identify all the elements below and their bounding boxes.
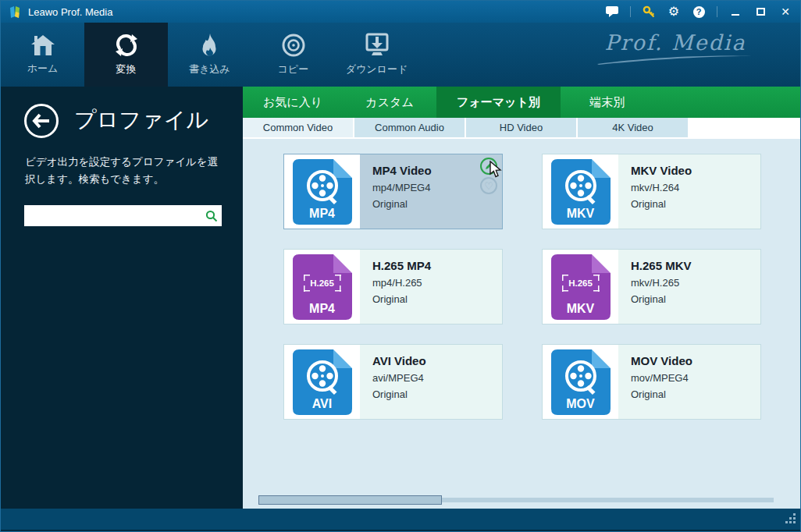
help-icon[interactable]: ? xyxy=(692,5,706,19)
burn-flame-icon xyxy=(198,33,222,58)
card-title: AVI Video xyxy=(372,354,502,367)
sidebar-title: プロファイル xyxy=(74,105,208,135)
format-card-mkv-video[interactable]: MKV MKV Video mkv/H.264 Original xyxy=(542,154,761,229)
card-quality: Original xyxy=(631,388,760,400)
format-badge: MOV xyxy=(551,397,611,411)
card-format: mp4/H.265 xyxy=(372,277,502,289)
format-sub-tabs: Common Video Common Audio HD Video 4K Vi… xyxy=(243,118,801,139)
profile-search xyxy=(24,205,222,226)
nav-item-home[interactable]: ホーム xyxy=(1,23,84,87)
titlebar-separator xyxy=(630,6,631,17)
card-format: mov/MPEG4 xyxy=(631,372,760,384)
codec-label: H.265 xyxy=(562,275,600,292)
nav-label: 書き込み xyxy=(189,62,230,76)
format-badge: MKV xyxy=(551,207,611,221)
back-button[interactable] xyxy=(24,104,59,138)
copy-disc-icon xyxy=(281,33,306,58)
feedback-bubble-icon[interactable] xyxy=(605,5,619,19)
card-quality: Original xyxy=(372,198,502,210)
format-badge: MKV xyxy=(551,302,611,316)
format-badge: AVI xyxy=(293,397,352,411)
nav-item-download[interactable]: ダウンロード xyxy=(335,23,418,87)
codec-label: H.265 xyxy=(304,275,341,292)
brand-swoosh xyxy=(597,51,753,66)
subtab-hd-video[interactable]: HD Video xyxy=(466,118,578,137)
app-logo-icon xyxy=(9,5,22,19)
home-icon xyxy=(30,34,56,57)
nav-label: コピー xyxy=(278,62,309,76)
minimize-button[interactable] xyxy=(728,5,742,19)
close-button[interactable]: ✕ xyxy=(778,5,792,19)
subtab-common-audio[interactable]: Common Audio xyxy=(354,118,466,137)
format-badge: MP4 xyxy=(293,302,352,316)
nav-item-convert[interactable]: 変換 xyxy=(84,23,168,87)
format-card-mp4-video[interactable]: MP4 MP4 Video mp4/MPEG4 Original ♡ xyxy=(283,154,503,229)
register-key-icon[interactable] xyxy=(642,5,656,19)
card-quality: Original xyxy=(631,293,760,305)
mp4-file-icon: MP4 xyxy=(293,159,352,225)
main-nav: ホーム 変換 書き込み コピー xyxy=(1,23,800,87)
card-title: MKV Video xyxy=(631,164,760,177)
brand-text: Prof. Media xyxy=(597,30,753,55)
format-category-tabs: お気に入り カスタム フォーマット別 端末別 xyxy=(243,87,801,118)
nav-item-burn[interactable]: 書き込み xyxy=(168,23,251,87)
card-quality: Original xyxy=(372,293,502,305)
mkv-file-icon: MKV xyxy=(551,159,611,225)
avi-file-icon: AVI xyxy=(293,349,352,415)
nav-label: ホーム xyxy=(27,62,59,76)
status-bar xyxy=(1,509,800,532)
format-card-mov-video[interactable]: MOV MOV Video mov/MPEG4 Original xyxy=(542,344,761,420)
format-card-h265-mkv[interactable]: H.265 MKV H.265 MKV mkv/H.265 Original xyxy=(542,249,761,325)
tab-by-device[interactable]: 端末別 xyxy=(561,87,654,118)
maximize-button[interactable] xyxy=(753,5,767,19)
app-window: Leawo Prof. Media ⚙ ? ✕ ホーム xyxy=(0,0,801,532)
format-badge: MP4 xyxy=(293,207,352,221)
format-card-avi-video[interactable]: AVI AVI Video avi/MPEG4 Original xyxy=(283,344,503,420)
brand-logo: Prof. Media xyxy=(597,30,753,66)
format-grid: MP4 MP4 Video mp4/MPEG4 Original ♡ xyxy=(243,139,801,509)
tab-by-format[interactable]: フォーマット別 xyxy=(436,87,561,118)
subtab-filler xyxy=(689,118,801,137)
h265-mp4-file-icon: H.265 MP4 xyxy=(293,254,352,320)
resize-grip[interactable] xyxy=(785,513,796,524)
horizontal-scrollbar-thumb[interactable] xyxy=(258,495,442,505)
card-title: MOV Video xyxy=(631,354,760,367)
search-input[interactable] xyxy=(24,205,201,226)
favorite-heart-icon[interactable]: ♡ xyxy=(480,177,497,194)
tab-custom[interactable]: カスタム xyxy=(343,87,436,118)
download-icon xyxy=(364,33,390,58)
titlebar-separator xyxy=(717,6,717,17)
tab-favorites[interactable]: お気に入り xyxy=(243,87,343,118)
profile-sidebar: プロファイル ビデオ出力を設定するプロファイルを選択します。検索もできます。 xyxy=(1,87,243,509)
titlebar: Leawo Prof. Media ⚙ ? ✕ xyxy=(1,1,800,23)
nav-item-copy[interactable]: コピー xyxy=(251,23,335,87)
nav-label: ダウンロード xyxy=(346,62,408,76)
subtab-common-video[interactable]: Common Video xyxy=(243,118,354,137)
settings-gear-icon[interactable]: ⚙ xyxy=(667,5,681,19)
mov-file-icon: MOV xyxy=(551,349,611,415)
card-format: mkv/H.265 xyxy=(631,277,760,289)
card-format: mkv/H.264 xyxy=(631,182,760,193)
card-title: H.265 MKV xyxy=(631,259,760,272)
edit-profile-icon[interactable] xyxy=(480,158,497,175)
card-quality: Original xyxy=(372,388,502,400)
card-title: H.265 MP4 xyxy=(372,259,502,272)
card-format: avi/MPEG4 xyxy=(372,372,502,384)
subtab-4k-video[interactable]: 4K Video xyxy=(578,118,689,137)
search-icon[interactable] xyxy=(201,210,222,222)
nav-label: 変換 xyxy=(116,62,137,76)
h265-mkv-file-icon: H.265 MKV xyxy=(551,254,611,320)
format-card-h265-mp4[interactable]: H.265 MP4 H.265 MP4 mp4/H.265 Original xyxy=(283,249,503,325)
convert-icon xyxy=(113,33,140,58)
back-arrow-icon xyxy=(32,113,51,129)
sidebar-description: ビデオ出力を設定するプロファイルを選択します。検索もできます。 xyxy=(25,154,222,189)
card-quality: Original xyxy=(631,198,760,210)
window-title: Leawo Prof. Media xyxy=(28,6,112,18)
